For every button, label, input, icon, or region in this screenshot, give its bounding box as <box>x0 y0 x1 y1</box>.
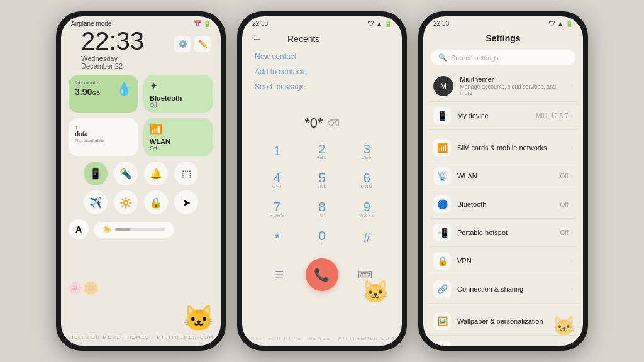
dialpad-row-3: 7PQRS 8TUV 9WXYZ <box>255 195 389 222</box>
settings-mascot: 🐱 <box>552 315 575 337</box>
mobile-data-icon: ↕ <box>75 123 104 131</box>
airplane-icon[interactable]: ✈️ <box>84 190 108 214</box>
lock-icon[interactable]: 🔒 <box>144 190 168 214</box>
dial-key-7[interactable]: 7PQRS <box>258 195 296 222</box>
dial-key-8[interactable]: 8TUV <box>303 195 341 222</box>
settings-search-bar[interactable]: 🔍 Search settings <box>431 50 575 65</box>
wlan-widget[interactable]: 📶 WLAN Off <box>143 118 213 156</box>
brightness-icon[interactable]: 🔆 <box>114 190 138 214</box>
send-message-link[interactable]: Send message <box>255 82 389 91</box>
bluetooth-settings-icon: 🔵 <box>433 195 451 213</box>
device-version: MIUI 12.5.7 › <box>536 112 573 119</box>
menu-icon[interactable]: ☰ <box>270 265 289 284</box>
back-button[interactable]: ← <box>252 33 262 45</box>
dialer-mascot: 🐱 <box>362 279 389 305</box>
status-icons-3: 🛡 ▲ 🔋 <box>549 20 573 27</box>
settings-item-wlan[interactable]: 📡 WLAN Off › <box>430 162 577 190</box>
recents-title: Recents <box>287 34 319 44</box>
dial-key-0[interactable]: 0+ <box>303 224 341 251</box>
bluetooth-widget[interactable]: ✦ Bluetooth Off <box>143 75 213 113</box>
connection-icon: 🔗 <box>433 280 451 298</box>
dial-key-4[interactable]: 4GHI <box>258 167 296 193</box>
signal-icon-3: ▲ <box>557 20 564 27</box>
quick-icons-row-1: 📳 🔦 🔔 ⬚ <box>61 162 221 185</box>
settings-item-vpn[interactable]: 🔒 VPN › <box>430 247 577 275</box>
scan-icon[interactable]: ⬚ <box>174 162 198 185</box>
device-content: My device <box>457 112 530 119</box>
dialer-time: 22:33 <box>252 20 268 27</box>
bluetooth-status: Off › <box>560 201 574 208</box>
home-date: Wednesday,December 22 <box>71 53 154 75</box>
settings-item-hotspot[interactable]: 📲 Portable hotspot Off › <box>430 219 577 247</box>
settings-page-title: Settings <box>423 28 583 47</box>
dialpad-row-2: 4GHI 5JKL 6MNO <box>255 167 389 193</box>
mobile-data-label: data <box>75 131 104 138</box>
status-icons-2: 🛡 ▲ 🔋 <box>368 20 392 27</box>
account-name: Miuithemer <box>460 75 565 83</box>
quick-icons-row-2: ✈️ 🔆 🔒 ➤ <box>61 190 221 214</box>
add-contacts-link[interactable]: Add to contacts <box>255 67 389 76</box>
data-widget[interactable]: this month 3.90GB 💧 <box>69 75 138 113</box>
phone-1: Airplane mode 📅 🔋 22:33 Wednesday,Decemb… <box>56 11 226 351</box>
dial-input: *0* <box>304 115 323 131</box>
vpn-title: VPN <box>457 257 565 265</box>
dialpad-row-4: * 0+ # <box>255 224 389 251</box>
dialer-links: New contact Add to contacts Send message <box>242 47 402 96</box>
status-icons-1: 📅 🔋 <box>194 20 211 27</box>
dialer-header: ← Recents <box>242 28 402 47</box>
dial-key-5[interactable]: 5JKL <box>303 167 341 193</box>
dialer-watermark: VISIT FOR MORE THEMES · MIUITHEMER.COM <box>242 336 402 341</box>
avatar-icon: M <box>433 76 453 96</box>
backspace-button[interactable]: ⌫ <box>327 118 340 128</box>
dial-key-3[interactable]: 3DEF <box>348 138 386 164</box>
call-button[interactable]: 📞 <box>306 258 338 291</box>
account-chevron: › <box>571 82 573 89</box>
account-subtitle: Manage accounts, cloud services, and mor… <box>460 84 565 96</box>
new-contact-link[interactable]: New contact <box>255 52 389 61</box>
edit-shortcut-icon[interactable]: ✏️ <box>194 36 211 52</box>
data-label: this month <box>75 80 100 85</box>
dial-key-6[interactable]: 6MNO <box>348 167 386 193</box>
notification-icon[interactable]: 🔔 <box>144 162 168 185</box>
settings-item-sim[interactable]: 📶 SIM cards & mobile networks › <box>430 134 577 162</box>
wlan-content: WLAN <box>457 172 554 180</box>
widgets-row-1: this month 3.90GB 💧 ✦ Bluetooth Off <box>61 75 221 113</box>
bluetooth-status: Off <box>150 102 182 108</box>
bluetooth-label: Bluetooth <box>150 94 182 102</box>
dial-key-9[interactable]: 9WXYZ <box>348 195 386 222</box>
settings-item-aod[interactable]: 🔆 Always-on display & Lock screen › <box>430 336 577 346</box>
brightness-slider[interactable]: ☀️ <box>94 222 174 238</box>
settings-item-bluetooth[interactable]: 🔵 Bluetooth Off › <box>430 190 577 219</box>
settings-item-connection[interactable]: 🔗 Connection & sharing › <box>430 275 577 304</box>
data-value: 3.90GB <box>75 87 100 97</box>
shield-icon-3: 🛡 <box>549 20 555 27</box>
settings-item-device[interactable]: 📱 My device MIUI 12.5.7 › <box>430 102 577 130</box>
dial-display: *0* ⌫ <box>242 96 402 138</box>
hotspot-content: Portable hotspot <box>457 229 554 236</box>
status-bar-3: 22:33 🛡 ▲ 🔋 <box>423 16 583 28</box>
dial-key-hash[interactable]: # <box>348 224 386 251</box>
battery-icon-2: 🔋 <box>384 20 392 27</box>
mascot-decoration: 🐱 <box>183 304 214 333</box>
sim-content: SIM cards & mobile networks <box>457 144 565 151</box>
connection-title: Connection & sharing <box>457 285 565 293</box>
sim-icon: 📶 <box>433 139 451 156</box>
mobile-data-widget[interactable]: ↕ data Not available <box>69 118 138 156</box>
dial-key-1[interactable]: 1 <box>258 138 296 164</box>
settings-time: 22:33 <box>433 20 449 27</box>
brightness-row: A ☀️ <box>61 219 221 239</box>
wlan-settings-icon: 📡 <box>433 167 451 185</box>
location-icon[interactable]: ➤ <box>174 190 198 214</box>
vibrate-icon[interactable]: 📳 <box>84 162 108 185</box>
settings-item-account[interactable]: M Miuithemer Manage accounts, cloud serv… <box>430 70 577 102</box>
vpn-content: VPN <box>457 257 565 265</box>
a-button[interactable]: A <box>69 219 89 239</box>
wlan-status: Off › <box>560 173 574 180</box>
wallpaper-content: Wallpaper & personalization <box>457 317 565 325</box>
settings-shortcut-icon[interactable]: ⚙️ <box>174 36 191 52</box>
dial-key-2[interactable]: 2ABC <box>303 138 341 164</box>
device-title: My device <box>457 112 530 119</box>
wlan-label: WLAN <box>150 138 170 145</box>
dial-key-star[interactable]: * <box>258 224 296 251</box>
flashlight-icon[interactable]: 🔦 <box>114 162 138 185</box>
